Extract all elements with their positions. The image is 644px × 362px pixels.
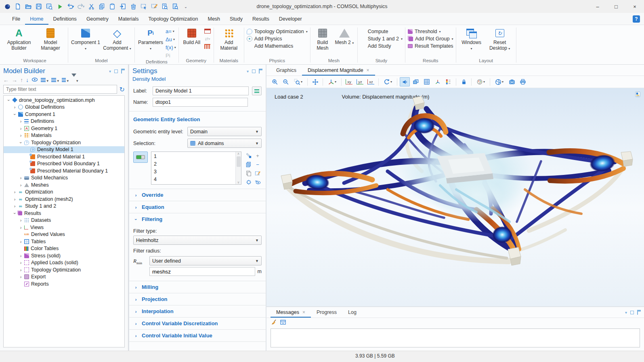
settings-section-header[interactable]: Equation <box>129 201 266 213</box>
settings-section-header[interactable]: Interpolation <box>129 305 266 317</box>
run-icon[interactable] <box>55 2 65 11</box>
cut-icon[interactable] <box>86 2 96 11</box>
tree-item[interactable]: Tables <box>4 238 124 245</box>
help-button[interactable]: ? <box>633 15 640 23</box>
zoom-box-icon[interactable]: ▾ <box>292 77 305 86</box>
tree-item[interactable]: Global Definitions <box>4 104 124 111</box>
tree-item[interactable]: Topology Optimization <box>4 266 124 274</box>
selection-list-item[interactable]: 1 <box>154 153 233 160</box>
clear-selection-icon[interactable] <box>254 169 262 177</box>
tree-item[interactable]: Optimization (mesh2) <box>4 196 124 203</box>
menu-tab[interactable]: File <box>7 14 25 25</box>
tree-item[interactable]: Meshes <box>4 181 124 189</box>
color-legend-icon[interactable] <box>443 77 453 86</box>
build-mesh-button[interactable]: Build Mesh <box>313 27 332 51</box>
tree-item[interactable]: Optimization <box>4 189 124 196</box>
tree-item[interactable]: Stress (solid) <box>4 252 124 259</box>
tree-item[interactable]: Color Tables <box>4 245 124 253</box>
definitions-small-item[interactable]: f(x)▾ <box>166 44 176 51</box>
physics-row-button[interactable]: Add Mathematics <box>247 43 308 49</box>
print-icon[interactable] <box>518 77 528 86</box>
panel-float-icon[interactable] <box>114 69 118 73</box>
tree-filter-input[interactable] <box>3 85 117 94</box>
tree-item[interactable]: Geometry 1 <box>4 125 124 132</box>
tree-item[interactable]: Materials <box>4 132 124 139</box>
windows-button[interactable]: Windows▾ <box>459 27 485 51</box>
definitions-small-item[interactable]: Δu▾ <box>166 36 176 42</box>
reset-desktop-button[interactable]: ↻ Reset Desktop ▾ <box>486 27 514 51</box>
selection-list-item[interactable]: 3 <box>154 168 233 176</box>
scene-light-icon[interactable] <box>400 77 410 86</box>
paste-icon[interactable] <box>107 2 117 11</box>
application-builder-button[interactable]: A Application Builder <box>4 27 34 51</box>
lock-camera-icon[interactable] <box>459 77 469 86</box>
find-icon[interactable] <box>160 2 170 11</box>
panel-pin-icon[interactable] <box>121 69 125 74</box>
hide-eye-icon[interactable] <box>254 178 262 186</box>
open-messages-window-icon[interactable] <box>280 319 286 326</box>
back-icon[interactable]: ← <box>3 77 9 83</box>
menu-tab[interactable]: Geometry <box>82 14 113 25</box>
customize-toolbar-chevron[interactable]: ⌄ <box>181 2 191 11</box>
tree-item[interactable]: Export <box>4 274 124 281</box>
save-icon[interactable] <box>34 2 44 11</box>
find-in-model-icon[interactable] <box>170 2 180 11</box>
geo-level-dropdown[interactable]: Domain▼ <box>187 127 262 136</box>
results-row-button[interactable]: Result Templates <box>408 43 453 49</box>
add-component-button[interactable]: ◇ Add Component ▾ <box>102 27 132 51</box>
paste-selection-icon[interactable] <box>245 160 253 168</box>
selection-list[interactable]: 1234 ∧∨ <box>151 152 241 185</box>
rotate-icon[interactable]: ▾ <box>381 77 394 86</box>
active-selection-toggle[interactable] <box>133 152 148 163</box>
graphics-tab[interactable]: Graphics <box>271 65 302 76</box>
expand-icon[interactable]: ▾ <box>41 77 48 83</box>
rename-icon[interactable] <box>252 86 262 95</box>
sync-geometry-icon[interactable]: ⇄ ▾ <box>204 36 211 42</box>
tree-item[interactable]: drone_topology_optimization.mph <box>4 97 124 104</box>
open-icon[interactable] <box>23 2 33 11</box>
panel-pin-icon[interactable] <box>637 310 641 315</box>
remove-minus-icon[interactable]: − <box>254 160 262 168</box>
menu-tab[interactable]: Study <box>225 14 248 25</box>
tree-item[interactable]: Topology Optimization <box>4 139 124 146</box>
tree-item[interactable]: Solid Mechanics <box>4 175 124 182</box>
tree-item[interactable]: Study 1 and 2 <box>4 203 124 210</box>
color-theme-icon[interactable]: ▾ <box>474 77 487 86</box>
label-field[interactable] <box>153 86 249 95</box>
forward-icon[interactable]: → <box>12 77 17 83</box>
parameters-button[interactable]: Pi Parameters▾ <box>137 27 164 51</box>
build-all-button[interactable]: Build All <box>181 27 202 45</box>
image-snapshot-icon[interactable]: ▾ <box>493 77 506 86</box>
selection-list-item[interactable]: 4 <box>154 176 233 183</box>
panel-menu-icon[interactable]: ▾ <box>109 69 111 74</box>
menu-tab[interactable]: Results <box>248 14 274 25</box>
zoom-to-selection-icon[interactable] <box>245 178 253 186</box>
panel-menu-icon[interactable]: ▾ <box>247 69 249 74</box>
graphics-canvas[interactable]: Load case 2 Volume: Displacement magnitu… <box>266 88 644 306</box>
undo-icon[interactable]: ▾ <box>65 2 75 11</box>
maximize-button[interactable]: □ <box>607 0 625 13</box>
zoom-out-icon[interactable] <box>281 77 291 86</box>
new-file-icon[interactable] <box>13 2 23 11</box>
physics-row-button[interactable]: Add Physics <box>247 36 308 42</box>
refresh-icon[interactable]: ↻ <box>120 86 125 93</box>
bottom-panel-tab[interactable]: Log <box>342 307 362 318</box>
definitions-small-item[interactable]: a=▾ <box>166 28 176 34</box>
settings-section-header[interactable]: Milling <box>129 281 266 293</box>
study-row-button[interactable]: Study 1 and 2▾ <box>360 36 403 42</box>
filter-funnel-icon[interactable]: ▾ <box>71 77 78 83</box>
name-field[interactable] <box>153 98 248 107</box>
model-manager-button[interactable]: Model Manager <box>36 27 65 51</box>
close-tab-icon[interactable]: × <box>302 309 305 315</box>
show-icon[interactable] <box>31 77 38 83</box>
move-down-icon[interactable]: ↓ <box>26 77 29 83</box>
menu-tab[interactable]: Developer <box>274 14 307 25</box>
menu-tab[interactable]: Topology Optimization <box>143 14 203 25</box>
component-1-button[interactable]: Component 1 ▾ <box>71 27 101 51</box>
clear-messages-broom-icon[interactable] <box>271 319 277 326</box>
zoom-in-icon[interactable] <box>270 77 280 86</box>
selection-list-item[interactable]: 2 <box>154 160 233 168</box>
redo-icon[interactable]: ▾ <box>76 2 86 11</box>
filter-radius-input[interactable] <box>149 267 255 276</box>
menu-tab[interactable]: Definitions <box>48 14 82 25</box>
